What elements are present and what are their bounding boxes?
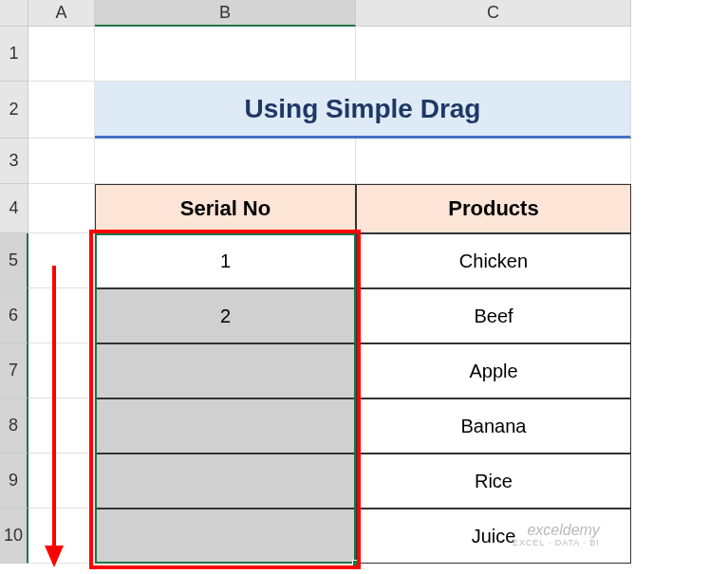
header-products[interactable]: Products [356, 184, 631, 233]
cell-a3[interactable] [28, 139, 95, 184]
column-headers: A B C [28, 0, 631, 27]
watermark-line2: EXCEL · DATA · BI [513, 539, 600, 548]
cell-a9[interactable] [28, 454, 95, 509]
cell-serial-2[interactable]: 2 [95, 288, 356, 343]
cell-a2[interactable] [28, 82, 95, 139]
table-row: Apple [28, 343, 631, 398]
cell-serial-4[interactable] [95, 398, 356, 454]
col-header-b[interactable]: B [95, 0, 356, 27]
table-row: 1 Chicken [28, 233, 631, 288]
col-header-a[interactable]: A [28, 0, 95, 27]
cell-a7[interactable] [28, 343, 95, 398]
header-serial[interactable]: Serial No [95, 184, 356, 233]
cell-a1[interactable] [28, 27, 95, 82]
cell-b3[interactable] [95, 139, 356, 184]
watermark: exceldemy EXCEL · DATA · BI [513, 522, 600, 547]
cell-a6[interactable] [28, 288, 95, 343]
col-header-c[interactable]: C [356, 0, 631, 27]
cell-product-3[interactable]: Apple [356, 343, 631, 398]
cell-product-2[interactable]: Beef [356, 288, 631, 343]
cell-c1[interactable] [356, 27, 631, 82]
cell-a8[interactable] [28, 398, 95, 454]
cell-product-5[interactable]: Rice [356, 454, 631, 509]
cell-a4[interactable] [28, 184, 95, 233]
cell-c3[interactable] [356, 139, 631, 184]
cell-serial-5[interactable] [95, 454, 356, 509]
row-header-8[interactable]: 8 [0, 398, 28, 454]
cell-serial-6[interactable] [95, 509, 356, 564]
row-headers: 1 2 3 4 5 6 7 8 9 10 [0, 27, 28, 564]
row-header-5[interactable]: 5 [0, 233, 28, 288]
row-header-2[interactable]: 2 [0, 82, 28, 139]
cell-a5[interactable] [28, 233, 95, 288]
row-header-10[interactable]: 10 [0, 509, 28, 564]
cell-b1[interactable] [95, 27, 356, 82]
row-header-1[interactable]: 1 [0, 27, 28, 82]
cell-a10[interactable] [28, 509, 95, 564]
cell-product-1[interactable]: Chicken [356, 233, 631, 288]
spreadsheet: A B C 1 2 3 4 5 6 7 8 9 10 Using Simple … [0, 0, 728, 574]
row-header-6[interactable]: 6 [0, 288, 28, 343]
row-header-3[interactable]: 3 [0, 139, 28, 184]
table-row: 2 Beef [28, 288, 631, 343]
fill-handle[interactable] [352, 560, 360, 567]
row-header-7[interactable]: 7 [0, 343, 28, 398]
watermark-line1: exceldemy [513, 522, 600, 539]
table-row: Rice [28, 454, 631, 509]
title-cell[interactable]: Using Simple Drag [95, 82, 631, 139]
row-header-9[interactable]: 9 [0, 454, 28, 509]
cell-grid: Using Simple Drag Serial No Products 1 C… [28, 27, 631, 564]
select-all-corner[interactable] [0, 0, 28, 27]
row-header-4[interactable]: 4 [0, 184, 28, 233]
cell-serial-1[interactable]: 1 [95, 233, 356, 288]
table-row: Banana [28, 398, 631, 454]
cell-product-4[interactable]: Banana [356, 398, 631, 454]
cell-serial-3[interactable] [95, 343, 356, 398]
